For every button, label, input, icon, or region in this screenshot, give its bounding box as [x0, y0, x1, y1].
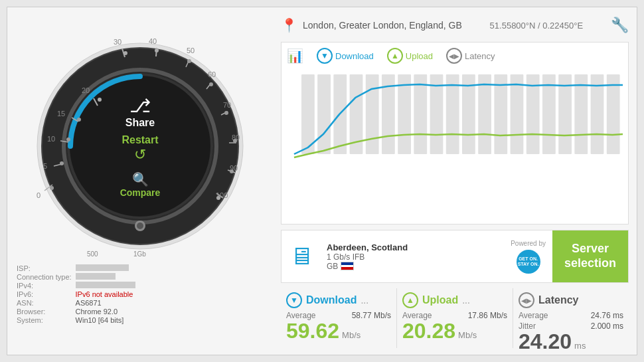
- latency-big-row: 24.20 ms: [519, 331, 623, 352]
- download-big-value: 59.62: [286, 320, 339, 341]
- latency-title: Latency: [538, 294, 578, 306]
- powered-by-area: Powered by GET ON.STAY ON.: [504, 230, 552, 282]
- svg-text:30: 30: [114, 38, 121, 46]
- download-big-row: 59.62 Mb/s: [286, 320, 391, 341]
- svg-text:50: 50: [187, 46, 195, 54]
- svg-text:0: 0: [37, 191, 40, 199]
- upload-header: ▲ Upload ...: [402, 292, 507, 308]
- bottom-stats: ▼ Download ... Average 58.77 Mb/s 59.62 …: [281, 288, 629, 348]
- latency-average-row: Average 24.76 ms: [519, 311, 623, 320]
- upload-icon: ▲: [387, 48, 403, 64]
- legend-download: ▼ Download: [317, 48, 374, 64]
- svg-point-38: [123, 51, 127, 55]
- chart-canvas: [287, 68, 623, 161]
- svg-rect-67: [607, 74, 620, 154]
- upload-avg-value: 17.86 Mb/s: [468, 311, 507, 320]
- coordinates: 51.55800°N / 0.22450°E: [490, 21, 584, 31]
- download-options[interactable]: ...: [361, 295, 368, 306]
- browser-label: Browser:: [17, 308, 72, 316]
- share-button[interactable]: ⎇ Share: [125, 94, 155, 128]
- gb-flag-icon: [341, 262, 354, 270]
- main-container: 0 5 10 15 20 30 40 50 60 70 80 90 100 1G…: [7, 7, 637, 355]
- svg-point-47: [137, 223, 143, 229]
- isp-label: ISP:: [17, 264, 72, 272]
- download-stat-icon: ▼: [286, 292, 302, 308]
- latency-rows: Average 24.76 ms Jitter 2.000 ms: [519, 311, 623, 331]
- svg-point-43: [233, 139, 237, 143]
- server-selection-label: Serverselection: [564, 242, 616, 270]
- download-unit: Mb/s: [342, 330, 361, 340]
- compare-icon: 🔍: [132, 171, 149, 187]
- ipv4-label: IPv4:: [17, 282, 72, 290]
- restart-button[interactable]: Restart ↺: [121, 134, 158, 163]
- ipv6-label: IPv6:: [17, 290, 72, 298]
- upload-title: Upload: [422, 294, 458, 306]
- system-value: Win10 [64 bits]: [76, 316, 264, 324]
- latency-big-value: 24.20: [519, 331, 572, 352]
- restart-icon: ↺: [134, 145, 146, 163]
- chart-section: 📊 ▼ Download ▲ Upload ◀▶ Latency: [281, 42, 629, 225]
- svg-text:20: 20: [82, 86, 90, 94]
- latency-label: Latency: [465, 51, 495, 61]
- chart-bar-icon: 📊: [287, 48, 303, 64]
- server-bar: 🖥 Aberdeen, Scotland 1 Gb/s IFB GB Power…: [281, 230, 629, 283]
- server-selection-button[interactable]: Serverselection: [552, 230, 628, 282]
- svg-point-41: [209, 82, 213, 86]
- top-bar: 📍 London, Greater London, England, GB 51…: [281, 14, 629, 37]
- location-pin-icon: 📍: [281, 17, 297, 33]
- download-avg-value: 58.77 Mb/s: [352, 311, 391, 320]
- svg-rect-60: [494, 74, 507, 154]
- download-icon: ▼: [317, 48, 333, 64]
- conn-value: [76, 273, 116, 280]
- svg-point-40: [187, 59, 191, 63]
- latency-unit: ms: [574, 341, 586, 351]
- svg-rect-49: [317, 74, 331, 154]
- latency-stat-icon: ◀▶: [519, 292, 534, 308]
- svg-text:500: 500: [87, 250, 98, 258]
- latency-jitter-value: 2.000 ms: [591, 321, 623, 331]
- upload-stat-icon: ▲: [402, 292, 418, 308]
- ipv6-value: IPv6 not available: [76, 290, 264, 298]
- wrench-icon[interactable]: 🔧: [611, 17, 629, 34]
- chart-svg: [287, 68, 623, 161]
- system-label: System:: [17, 316, 72, 324]
- upload-stats: ▲ Upload ... Average 17.86 Mb/s 20.28 Mb…: [397, 288, 513, 348]
- svg-rect-48: [301, 74, 315, 154]
- svg-point-33: [50, 186, 54, 190]
- svg-point-34: [60, 161, 64, 165]
- upload-label: Upload: [406, 51, 433, 61]
- asn-label: ASN:: [17, 299, 72, 307]
- svg-point-45: [216, 196, 220, 200]
- left-panel: 0 5 10 15 20 30 40 50 60 70 80 90 100 1G…: [7, 7, 273, 355]
- download-header: ▼ Download ...: [286, 292, 391, 308]
- location-info: 📍 London, Greater London, England, GB: [281, 17, 462, 33]
- server-country: GB: [327, 262, 499, 271]
- svg-text:70: 70: [223, 101, 231, 109]
- svg-point-44: [230, 169, 234, 173]
- svg-point-36: [77, 118, 81, 122]
- latency-avg-label: Average: [519, 311, 548, 320]
- svg-point-35: [66, 137, 70, 141]
- latency-avg-value: 24.76 ms: [591, 311, 623, 320]
- svg-text:60: 60: [208, 70, 216, 78]
- latency-icon: ◀▶: [446, 48, 462, 64]
- chart-legend: 📊 ▼ Download ▲ Upload ◀▶ Latency: [287, 48, 623, 64]
- compare-button[interactable]: 🔍 Compare: [120, 171, 161, 197]
- upload-options[interactable]: ...: [462, 295, 470, 306]
- server-info: Aberdeen, Scotland 1 Gb/s IFB GB: [321, 230, 504, 282]
- isp-panel: ISP: Connection type: IPv4: IPv6: IPv6 n…: [7, 259, 273, 329]
- svg-rect-59: [478, 74, 491, 154]
- svg-point-42: [224, 111, 228, 115]
- isp-value: [76, 264, 129, 271]
- restart-label: Restart: [121, 134, 158, 145]
- location-text: London, Greater London, England, GB: [303, 20, 462, 31]
- browser-value: Chrome 92.0: [76, 308, 264, 316]
- svg-rect-57: [446, 74, 459, 154]
- share-label: Share: [125, 116, 155, 128]
- svg-rect-61: [511, 74, 524, 154]
- svg-point-39: [155, 48, 159, 52]
- center-buttons: ⎇ Share Restart ↺ 🔍 Compare: [120, 94, 161, 197]
- asn-value: AS6871: [76, 299, 264, 307]
- svg-text:10: 10: [47, 135, 55, 143]
- right-panel: 📍 London, Greater London, England, GB 51…: [273, 7, 637, 355]
